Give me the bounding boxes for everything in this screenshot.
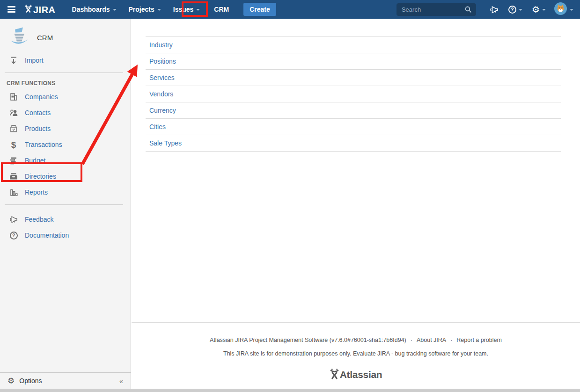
search-box: [396, 3, 476, 16]
main-nav-menu: Dashboards Projects Issues CRM: [66, 0, 237, 19]
directories-list: Industry Positions Services Vendors Curr…: [146, 36, 561, 152]
sidebar-item-directories[interactable]: Directories: [0, 168, 131, 184]
gear-icon: ⚙: [7, 377, 15, 385]
people-icon: [8, 108, 19, 117]
page-footer: Atlassian JIRA Project Management Softwa…: [132, 322, 580, 389]
nav-item-label: Projects: [129, 6, 154, 13]
chevron-down-icon: [196, 9, 200, 11]
building-icon: [8, 92, 19, 102]
footer-separator: ·: [446, 337, 456, 343]
help-menu[interactable]: ?: [504, 6, 527, 14]
footer-separator: ·: [406, 337, 417, 343]
sidebar-item-budget[interactable]: Budget: [0, 152, 131, 168]
import-icon: [8, 55, 19, 65]
sidebar-item-label: Documentation: [25, 232, 69, 239]
sidebar-item-label: Feedback: [25, 216, 53, 223]
sidebar-item-import[interactable]: Import: [0, 52, 131, 68]
directory-link-industry[interactable]: Industry: [149, 41, 173, 49]
directory-link-positions[interactable]: Positions: [149, 58, 176, 65]
sidebar-item-products[interactable]: Products: [0, 121, 131, 137]
options-label: Options: [19, 377, 42, 385]
help-icon: ?: [508, 6, 516, 14]
sidebar-item-companies[interactable]: Companies: [0, 89, 131, 105]
hamburger-icon[interactable]: [2, 6, 21, 13]
sidebar-item-label: Products: [25, 125, 51, 132]
footer-demo-notice: This JIRA site is for demonstration purp…: [132, 350, 580, 357]
report-problem-link[interactable]: Report a problem: [456, 337, 502, 343]
nav-crm[interactable]: CRM: [206, 0, 237, 19]
atlassian-logo: Atlassian: [330, 368, 382, 381]
chevron-down-icon: [570, 9, 573, 11]
directory-link-sale-types[interactable]: Sale Types: [149, 139, 182, 147]
sidebar-item-contacts[interactable]: Contacts: [0, 105, 131, 121]
jira-logo[interactable]: JIRA: [24, 4, 56, 15]
search-icon[interactable]: [464, 6, 472, 15]
sidebar-item-label: Import: [25, 57, 44, 64]
main-content: Industry Positions Services Vendors Curr…: [132, 19, 580, 389]
bars-icon: [8, 156, 19, 165]
chevron-down-icon: [113, 9, 117, 11]
directory-link-services[interactable]: Services: [149, 74, 175, 81]
directory-link-currency[interactable]: Currency: [149, 107, 176, 114]
sidebar-item-label: Budget: [25, 157, 45, 164]
sidebar-divider: [5, 204, 123, 205]
sidebar-item-reports[interactable]: Reports: [0, 184, 131, 200]
dollar-icon: $: [8, 140, 19, 149]
sidebar-item-documentation[interactable]: ? Documentation: [0, 227, 131, 243]
directory-row: Services: [146, 69, 561, 86]
user-menu[interactable]: [551, 2, 573, 17]
directory-row: Positions: [146, 53, 561, 69]
nav-item-label: Issues: [173, 6, 194, 13]
collapse-sidebar-button[interactable]: «: [119, 377, 123, 385]
nav-projects[interactable]: Projects: [123, 0, 167, 19]
jira-logo-text: JIRA: [33, 5, 56, 15]
sidebar-item-label: Reports: [25, 189, 48, 196]
jira-mark-icon: [24, 4, 32, 15]
atlassian-logo-text: Atlassian: [340, 369, 382, 380]
chevron-down-icon: [542, 9, 546, 11]
about-jira-link[interactable]: About JIRA: [417, 337, 446, 343]
gear-icon: ⚙: [532, 5, 540, 14]
nav-item-label: CRM: [214, 6, 229, 13]
question-icon: ?: [8, 232, 19, 240]
directory-row: Industry: [146, 36, 561, 53]
sidebar-item-label: Contacts: [25, 109, 51, 116]
crm-logo-icon: [8, 26, 30, 49]
crm-app-name: CRM: [37, 34, 53, 42]
top-navbar: JIRA Dashboards Projects Issues CRM Crea…: [0, 0, 580, 19]
directory-row: Cities: [146, 118, 561, 135]
admin-menu[interactable]: ⚙: [527, 5, 551, 14]
chevron-down-icon: [157, 9, 161, 11]
footer-software-info: Atlassian JIRA Project Management Softwa…: [210, 337, 406, 343]
crm-functions-group: Companies Contacts: [0, 89, 131, 200]
directory-row: Currency: [146, 102, 561, 118]
crm-app-header: CRM: [8, 26, 131, 49]
options-row[interactable]: ⚙ Options «: [0, 372, 131, 389]
sidebar-item-transactions[interactable]: $ Transactions: [0, 137, 131, 152]
sidebar-item-label: Companies: [25, 93, 58, 101]
bottom-scrollbar-strip[interactable]: [0, 389, 580, 392]
sidebar-item-label: Transactions: [25, 141, 62, 148]
crm-sidebar: CRM Import CRM FUNCTIONS Companies: [0, 19, 131, 389]
directory-link-vendors[interactable]: Vendors: [149, 90, 173, 98]
feedback-megaphone-icon[interactable]: [485, 5, 504, 15]
directory-link-cities[interactable]: Cities: [149, 123, 166, 131]
drawer-icon: [8, 172, 19, 181]
atlassian-mark-icon: [330, 368, 339, 381]
navbar-right: ? ⚙: [396, 2, 580, 17]
nav-item-label: Dashboards: [72, 6, 110, 13]
sidebar-item-label: Directories: [25, 173, 56, 180]
chart-icon: [8, 188, 19, 197]
avatar: [554, 2, 567, 17]
help-group: Feedback ? Documentation: [0, 211, 131, 243]
sidebar-divider: [5, 73, 123, 73]
sidebar-item-feedback[interactable]: Feedback: [0, 211, 131, 227]
box-icon: [8, 124, 19, 133]
create-button[interactable]: Create: [243, 3, 276, 16]
directory-row: Sale Types: [146, 135, 561, 151]
nav-issues[interactable]: Issues: [167, 0, 206, 19]
nav-dashboards[interactable]: Dashboards: [66, 0, 123, 19]
directory-row: Vendors: [146, 86, 561, 102]
sidebar-section-header: CRM FUNCTIONS: [7, 80, 131, 87]
chevron-down-icon: [519, 9, 522, 11]
